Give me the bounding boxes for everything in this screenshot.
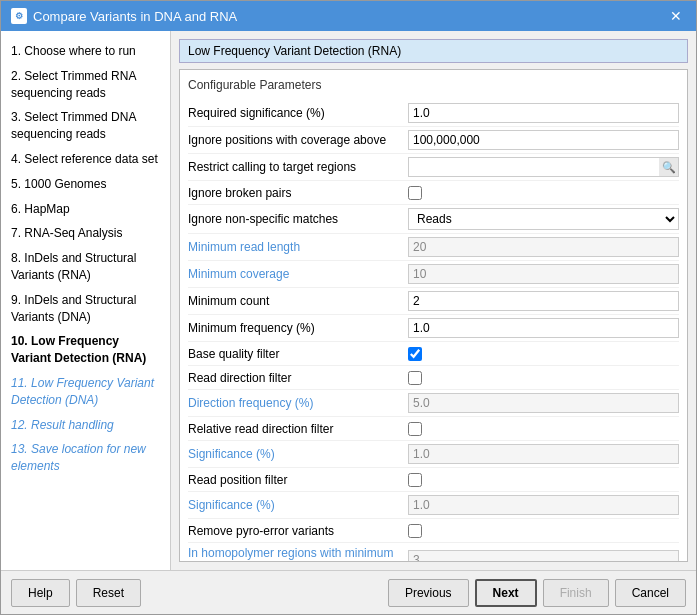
param-row-13: Significance (%) — [188, 441, 679, 468]
param-value-15 — [408, 495, 679, 515]
param-value-2: 🔍 — [408, 157, 679, 177]
param-input-7[interactable] — [408, 291, 679, 311]
param-input-17 — [408, 550, 679, 562]
param-input-8[interactable] — [408, 318, 679, 338]
param-label-0: Required significance (%) — [188, 106, 408, 120]
param-label-11: Direction frequency (%) — [188, 396, 408, 410]
param-value-11 — [408, 393, 679, 413]
finish-button[interactable]: Finish — [543, 579, 609, 607]
param-value-1 — [408, 130, 679, 150]
bottom-bar: Help Reset Previous Next Finish Cancel — [1, 570, 696, 614]
param-label-3: Ignore broken pairs — [188, 186, 408, 200]
param-row-6: Minimum coverage — [188, 261, 679, 288]
param-row-1: Ignore positions with coverage above — [188, 127, 679, 154]
param-input-6 — [408, 264, 679, 284]
param-row-9: Base quality filter — [188, 342, 679, 366]
sidebar-item-6[interactable]: 6. HapMap — [1, 197, 170, 222]
sidebar-label: Choose where to run — [24, 44, 135, 58]
reset-button[interactable]: Reset — [76, 579, 141, 607]
param-value-3 — [408, 186, 679, 200]
param-checkbox-9[interactable] — [408, 347, 422, 361]
param-row-14: Read position filter — [188, 468, 679, 492]
sidebar-item-1[interactable]: 1. Choose where to run — [1, 39, 170, 64]
param-row-2: Restrict calling to target regions🔍 — [188, 154, 679, 181]
param-input-0[interactable] — [408, 103, 679, 123]
params-container: Required significance (%)Ignore position… — [188, 100, 679, 562]
param-value-6 — [408, 264, 679, 284]
param-label-7: Minimum count — [188, 294, 408, 308]
sidebar-item-9[interactable]: 9. InDels and Structural Variants (DNA) — [1, 288, 170, 330]
param-value-4: ReadsAllNone — [408, 208, 679, 230]
sidebar-item-5[interactable]: 5. 1000 Genomes — [1, 172, 170, 197]
sidebar: 1. Choose where to run2. Select Trimmed … — [1, 31, 171, 570]
param-input-11 — [408, 393, 679, 413]
sidebar-item-12[interactable]: 12. Result handling — [1, 413, 170, 438]
param-checkbox-14[interactable] — [408, 473, 422, 487]
sidebar-item-11[interactable]: 11. Low Frequency Variant Detection (DNA… — [1, 371, 170, 413]
param-row-15: Significance (%) — [188, 492, 679, 519]
param-value-16 — [408, 524, 679, 538]
cancel-button[interactable]: Cancel — [615, 579, 686, 607]
sidebar-number: 1. — [11, 44, 21, 58]
param-value-17 — [408, 550, 679, 562]
search-button-2[interactable]: 🔍 — [659, 157, 679, 177]
param-label-14: Read position filter — [188, 473, 408, 487]
param-checkbox-16[interactable] — [408, 524, 422, 538]
sidebar-item-10[interactable]: 10. Low Frequency Variant Detection (RNA… — [1, 329, 170, 371]
bottom-left-buttons: Help Reset — [11, 579, 388, 607]
param-input-1[interactable] — [408, 130, 679, 150]
sidebar-number: 5. — [11, 177, 21, 191]
sidebar-item-8[interactable]: 8. InDels and Structural Variants (RNA) — [1, 246, 170, 288]
sidebar-item-3[interactable]: 3. Select Trimmed DNA sequencing reads — [1, 105, 170, 147]
sidebar-label: Result handling — [31, 418, 114, 432]
next-button[interactable]: Next — [475, 579, 537, 607]
param-checkbox-10[interactable] — [408, 371, 422, 385]
param-input-15 — [408, 495, 679, 515]
close-button[interactable]: ✕ — [666, 6, 686, 26]
window-icon: ⚙ — [11, 8, 27, 24]
sidebar-label: Select Trimmed DNA sequencing reads — [11, 110, 136, 141]
sidebar-item-7[interactable]: 7. RNA-Seq Analysis — [1, 221, 170, 246]
param-row-7: Minimum count — [188, 288, 679, 315]
param-row-5: Minimum read length — [188, 234, 679, 261]
param-checkbox-3[interactable] — [408, 186, 422, 200]
main-content: 1. Choose where to run2. Select Trimmed … — [1, 31, 696, 570]
config-section: Configurable Parameters Required signifi… — [179, 69, 688, 562]
param-row-12: Relative read direction filter — [188, 417, 679, 441]
right-panel: Low Frequency Variant Detection (RNA) Co… — [171, 31, 696, 570]
param-label-5: Minimum read length — [188, 240, 408, 254]
sidebar-number: 12. — [11, 418, 28, 432]
title-bar: ⚙ Compare Variants in DNA and RNA ✕ — [1, 1, 696, 31]
help-button[interactable]: Help — [11, 579, 70, 607]
param-label-15: Significance (%) — [188, 498, 408, 512]
param-label-4: Ignore non-specific matches — [188, 212, 408, 226]
sidebar-label: InDels and Structural Variants (DNA) — [11, 293, 136, 324]
param-row-4: Ignore non-specific matchesReadsAllNone — [188, 205, 679, 234]
sidebar-number: 9. — [11, 293, 21, 307]
previous-button[interactable]: Previous — [388, 579, 469, 607]
param-select-4[interactable]: ReadsAllNone — [408, 208, 679, 230]
param-row-8: Minimum frequency (%) — [188, 315, 679, 342]
sidebar-label: Low Frequency Variant Detection (DNA) — [11, 376, 154, 407]
sidebar-label: Save location for new elements — [11, 442, 146, 473]
sidebar-label: Select Trimmed RNA sequencing reads — [11, 69, 136, 100]
param-value-9 — [408, 347, 679, 361]
sidebar-label: HapMap — [24, 202, 69, 216]
param-value-0 — [408, 103, 679, 123]
sidebar-number: 4. — [11, 152, 21, 166]
config-title: Configurable Parameters — [188, 78, 679, 92]
window-title: Compare Variants in DNA and RNA — [33, 9, 237, 24]
param-input-13 — [408, 444, 679, 464]
sidebar-label: Select reference data set — [24, 152, 157, 166]
search-input-2[interactable] — [408, 157, 679, 177]
sidebar-item-13[interactable]: 13. Save location for new elements — [1, 437, 170, 479]
param-label-1: Ignore positions with coverage above — [188, 133, 408, 147]
sidebar-item-4[interactable]: 4. Select reference data set — [1, 147, 170, 172]
param-label-16: Remove pyro-error variants — [188, 524, 408, 538]
param-row-3: Ignore broken pairs — [188, 181, 679, 205]
sidebar-label: 1000 Genomes — [24, 177, 106, 191]
param-checkbox-12[interactable] — [408, 422, 422, 436]
search-container-2: 🔍 — [408, 157, 679, 177]
sidebar-label: InDels and Structural Variants (RNA) — [11, 251, 136, 282]
sidebar-item-2[interactable]: 2. Select Trimmed RNA sequencing reads — [1, 64, 170, 106]
